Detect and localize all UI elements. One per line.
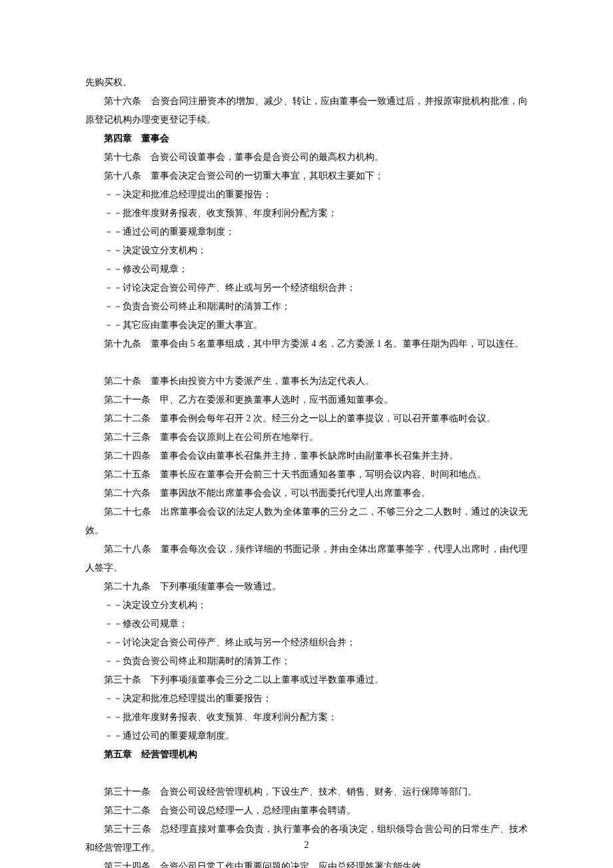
- body-paragraph: 第三十一条 合资公司设经营管理机构，下设生产、技术、销售、财务、运行保障等部门。: [85, 783, 528, 801]
- body-paragraph: 第二十八条 董事会每次会议，须作详细的书面记录，并由全体出席董事签字，代理人出席…: [85, 540, 528, 577]
- body-paragraph: 第三十条 下列事项须董事会三分之二以上董事或过半数董事通过。: [85, 671, 528, 689]
- body-paragraph: 第二十三条 董事会会议原则上在公司所在地举行。: [85, 428, 528, 447]
- body-paragraph: 第二十一条 甲、乙方在委派和更换董事人选时，应书面通知董事会。: [85, 391, 528, 409]
- body-paragraph: －－修改公司规章；: [85, 260, 528, 279]
- body-paragraph: 第二十六条 董事因故不能出席董事会会议，可以书面委托代理人出席董事会。: [85, 484, 528, 503]
- body-paragraph: －－讨论决定合资公司停产、终止或与另一个经济组织合并；: [85, 279, 528, 297]
- body-paragraph: 第十七条 合资公司设董事会，董事会是合资公司的最高权力机构。: [85, 148, 528, 167]
- body-paragraph: －－决定和批准总经理提出的重要报告；: [85, 689, 528, 708]
- body-paragraph: －－修改公司规章；: [85, 615, 528, 633]
- document-page: 先购买权。第十六条 合资合同注册资本的增加、减少、转让，应由董事会一致通过后，并…: [0, 0, 613, 868]
- body-paragraph: －－负责合资公司终止和期满时的清算工作；: [85, 297, 528, 316]
- body-paragraph: 先购买权。: [85, 73, 528, 92]
- body-paragraph: －－负责合资公司终止和期满时的清算工作；: [85, 652, 528, 671]
- body-paragraph: －－通过公司的重要规章制度。: [85, 727, 528, 745]
- body-paragraph: －－通过公司的重要规章制度；: [85, 223, 528, 241]
- chapter-heading: 第五章 经营管理机构: [85, 745, 528, 764]
- body-paragraph: －－决定设立分支机构；: [85, 596, 528, 615]
- body-paragraph: 第十六条 合资合同注册资本的增加、减少、转让，应由董事会一致通过后，并报原审批机…: [85, 92, 528, 129]
- body-paragraph: 第二十五条 董事长应在董事会开会前三十天书面通知各董事，写明会议内容、时间和地点…: [85, 465, 528, 484]
- body-paragraph: －－决定设立分支机构；: [85, 241, 528, 260]
- chapter-heading: 第四章 董事会: [85, 129, 528, 148]
- page-number: 2: [0, 836, 613, 855]
- body-paragraph: －－决定和批准总经理提出的重要报告；: [85, 185, 528, 204]
- body-paragraph: 第十九条 董事会由 5 名董事组成，其中甲方委派 4 名，乙方委派 1 名。董事…: [85, 335, 528, 353]
- body-paragraph: －－讨论决定合资公司停产、终止或与另一个经济组织合并；: [85, 633, 528, 652]
- body-paragraph: 第十八条 董事会决定合资公司的一切重大事宜，其职权主要如下；: [85, 167, 528, 185]
- body-paragraph: 第三十四条 合资公司日常工作中重要问题的决定，应由总经理签署方能生效。: [85, 857, 528, 868]
- blank-line: [85, 353, 528, 372]
- body-paragraph: 第三十二条 合资公司设总经理一人，总经理由董事会聘请。: [85, 801, 528, 820]
- body-paragraph: －－批准年度财务报表、收支预算、年度利润分配方案；: [85, 204, 528, 223]
- body-paragraph: 第二十四条 董事会会议由董事长召集并主持，董事长缺席时由副董事长召集并主持。: [85, 447, 528, 465]
- body-paragraph: －－其它应由董事会决定的重大事宜。: [85, 316, 528, 335]
- body-paragraph: 第二十九条 下列事项须董事会一致通过。: [85, 577, 528, 596]
- document-body: 先购买权。第十六条 合资合同注册资本的增加、减少、转让，应由董事会一致通过后，并…: [85, 73, 528, 868]
- body-paragraph: 第二十七条 出席董事会会议的法定人数为全体董事的三分之二，不够三分之二人数时，通…: [85, 503, 528, 540]
- body-paragraph: －－批准年度财务报表、收支预算、年度利润分配方案；: [85, 708, 528, 727]
- blank-line: [85, 764, 528, 783]
- body-paragraph: 第二十条 董事长由投资方中方委派产生，董事长为法定代表人。: [85, 372, 528, 391]
- body-paragraph: 第二十二条 董事会例会每年召开 2 次。经三分之一以上的董事提议，可以召开董事临…: [85, 409, 528, 428]
